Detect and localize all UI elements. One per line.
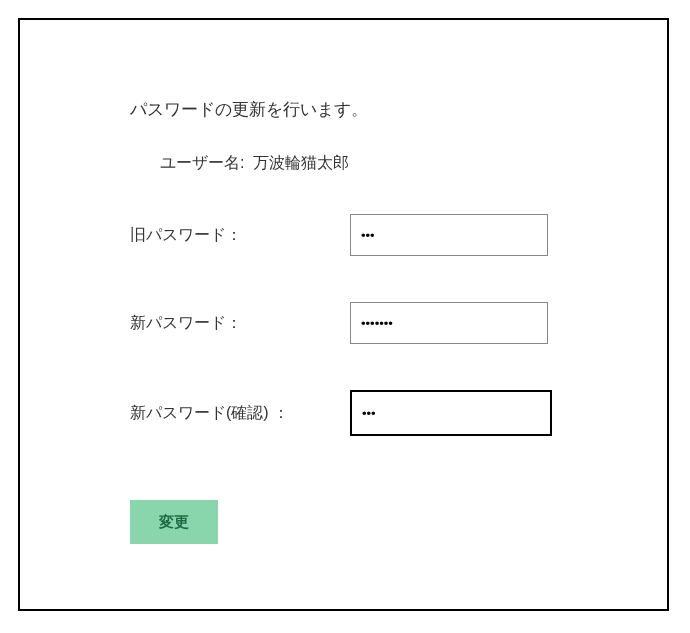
form-content: パスワードの更新を行います。 ユーザー名: 万波輪猫太郎 旧パスワード： 新パス… xyxy=(20,20,667,544)
username-value: 万波輪猫太郎 xyxy=(253,154,349,171)
confirm-password-label: 新パスワード(確認) ： xyxy=(130,403,350,424)
username-label: ユーザー名: xyxy=(160,154,244,171)
form-frame: パスワードの更新を行います。 ユーザー名: 万波輪猫太郎 旧パスワード： 新パス… xyxy=(18,18,669,611)
new-password-input[interactable] xyxy=(350,302,548,344)
button-row: 変更 xyxy=(130,500,667,544)
page-heading: パスワードの更新を行います。 xyxy=(130,98,667,121)
new-password-row: 新パスワード： xyxy=(130,302,667,344)
old-password-label: 旧パスワード： xyxy=(130,225,350,246)
new-password-label: 新パスワード： xyxy=(130,313,350,334)
submit-button[interactable]: 変更 xyxy=(130,500,218,544)
confirm-password-input[interactable] xyxy=(350,390,552,436)
username-row: ユーザー名: 万波輪猫太郎 xyxy=(160,153,667,174)
old-password-input[interactable] xyxy=(350,214,548,256)
old-password-row: 旧パスワード： xyxy=(130,214,667,256)
confirm-password-row: 新パスワード(確認) ： xyxy=(130,390,667,436)
